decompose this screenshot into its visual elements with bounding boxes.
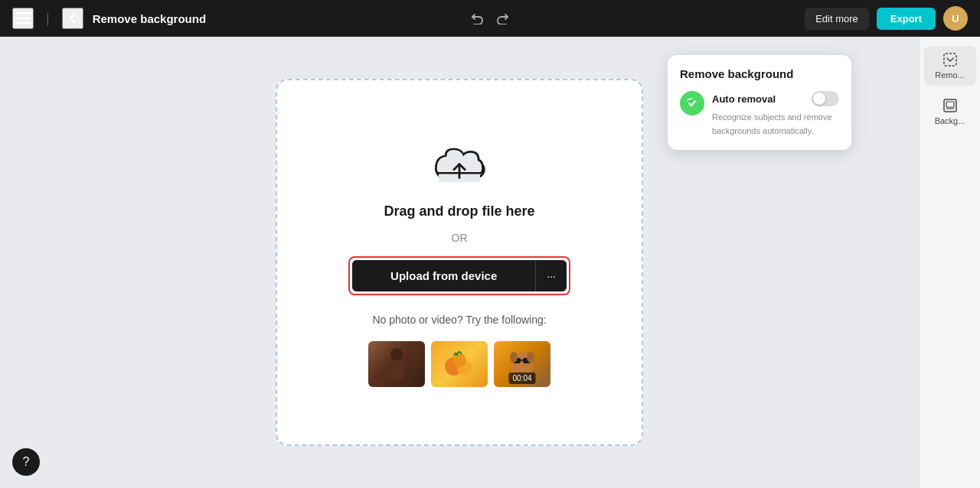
- topbar-divider: |: [46, 11, 50, 27]
- panel-item-remove-bg[interactable]: Remo...: [924, 46, 976, 86]
- auto-removal-header: Auto removal: [712, 91, 839, 106]
- topbar-center: [470, 12, 510, 24]
- svg-rect-2: [15, 22, 31, 24]
- edit-more-button[interactable]: Edit more: [805, 8, 869, 30]
- canvas-area: Drag and drop file here OR Upload from d…: [0, 37, 919, 488]
- export-button[interactable]: Export: [877, 8, 936, 30]
- topbar-left: | Remove background: [12, 8, 206, 29]
- right-panel: Remo... Backg...: [919, 37, 980, 488]
- sample-images: 00:04: [368, 341, 550, 387]
- auto-removal-content: Auto removal Recognize subjects and remo…: [712, 91, 839, 138]
- upload-from-device-button[interactable]: Upload from device: [352, 260, 535, 291]
- sample-image-3[interactable]: 00:04: [494, 341, 550, 387]
- sample-image-2[interactable]: [431, 341, 488, 387]
- svg-rect-1: [15, 18, 31, 20]
- upload-button-wrapper: Upload from device ···: [348, 256, 570, 295]
- person-silhouette: [368, 341, 425, 387]
- svg-point-20: [527, 352, 534, 363]
- panel-item-background[interactable]: Backg...: [924, 92, 976, 132]
- auto-removal-toggle[interactable]: [812, 91, 839, 106]
- hint-icon: ?: [23, 455, 30, 469]
- svg-rect-23: [946, 102, 954, 107]
- auto-removal-icon: [680, 91, 704, 115]
- or-text: OR: [452, 232, 468, 244]
- hint-button[interactable]: ?: [12, 448, 40, 476]
- back-button[interactable]: [62, 8, 83, 29]
- no-photo-text: No photo or video? Try the following:: [372, 314, 546, 326]
- background-icon: [942, 98, 958, 113]
- auto-removal-description: Recognize subjects and remove background…: [712, 112, 832, 135]
- svg-rect-21: [944, 54, 956, 66]
- auto-removal-title: Auto removal: [712, 93, 776, 105]
- svg-point-19: [510, 352, 518, 363]
- toggle-knob: [813, 93, 825, 105]
- upload-button-inner: Upload from device ···: [352, 260, 567, 291]
- svg-point-9: [390, 348, 403, 360]
- upload-more-options-button[interactable]: ···: [535, 261, 567, 291]
- floating-panel-title: Remove background: [680, 67, 839, 80]
- drag-drop-text: Drag and drop file here: [384, 203, 534, 220]
- menu-icon-button[interactable]: [12, 8, 34, 29]
- video-duration-badge: 00:04: [508, 373, 535, 384]
- panel-item-remove-bg-label: Remo...: [935, 70, 965, 80]
- svg-rect-10: [389, 362, 404, 381]
- sample-image-1[interactable]: [368, 341, 425, 387]
- undo-button[interactable]: [470, 12, 484, 24]
- svg-rect-0: [15, 12, 31, 15]
- cloud-upload-icon: [429, 138, 490, 191]
- topbar: | Remove background Edit more Export U: [0, 0, 980, 37]
- page-title: Remove background: [93, 12, 206, 25]
- topbar-right: Edit more Export U: [805, 6, 968, 31]
- main-area: Drag and drop file here OR Upload from d…: [0, 37, 980, 488]
- auto-removal-row: Auto removal Recognize subjects and remo…: [680, 91, 839, 138]
- remove-bg-icon: [942, 52, 958, 67]
- upload-card: Drag and drop file here OR Upload from d…: [276, 79, 643, 446]
- floating-panel: Remove background Auto removal Re: [668, 55, 851, 150]
- panel-item-background-label: Backg...: [935, 116, 965, 125]
- redo-button[interactable]: [496, 12, 510, 24]
- avatar[interactable]: U: [943, 6, 968, 31]
